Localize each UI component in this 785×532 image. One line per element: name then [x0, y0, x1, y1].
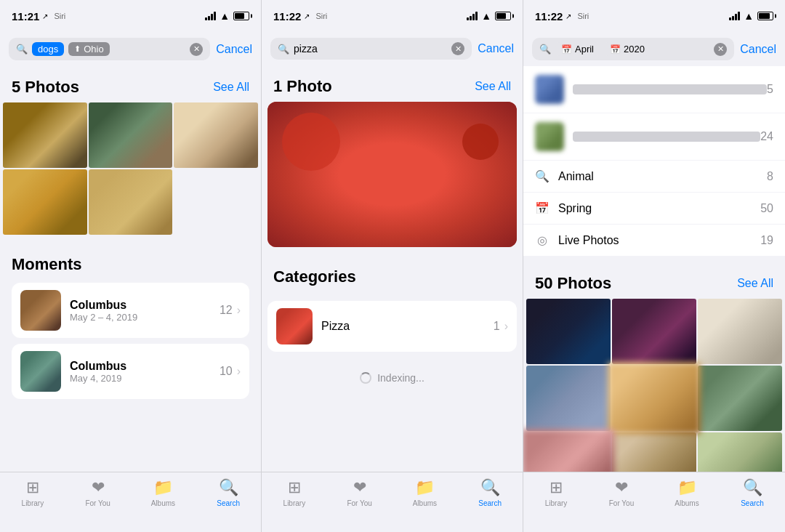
photo3-4[interactable]	[526, 366, 611, 431]
search-bar-2[interactable]: 🔍 pizza ✕	[270, 38, 472, 60]
cancel-btn-1[interactable]: Cancel	[216, 43, 252, 56]
moment-info-2: Columbus May 4, 2019	[70, 360, 220, 384]
result-row-animal[interactable]: 🔍 Animal 8	[523, 161, 785, 193]
tab-library-1[interactable]: ⊞ Library	[0, 478, 65, 507]
library-icon-3: ⊞	[550, 478, 563, 497]
photos-header-3: 50 Photos See All	[523, 262, 785, 299]
search-clear-1[interactable]: ✕	[190, 43, 203, 56]
photo3-7[interactable]	[523, 430, 615, 472]
signal-icon-1	[205, 12, 216, 20]
see-all-photos-2[interactable]: See All	[475, 80, 511, 93]
moment-count-1: 12	[220, 304, 233, 317]
tab-foryou-3[interactable]: ❤ For You	[589, 478, 654, 507]
result-row-1[interactable]: 5	[523, 66, 785, 113]
divider-1	[0, 238, 261, 243]
moment-name-1: Columbus	[70, 299, 220, 312]
pizza-photo-card[interactable]	[267, 102, 517, 247]
search-container-2: 🔍 pizza ✕ Cancel	[262, 32, 523, 65]
search-icon-3: 🔍	[539, 44, 551, 55]
photo-1[interactable]	[3, 102, 87, 168]
tab-albums-2[interactable]: 📁 Albums	[392, 478, 458, 507]
tag-april[interactable]: 📅 April	[555, 42, 600, 56]
result-text-1	[573, 84, 767, 94]
categories-title: Categories	[273, 267, 511, 286]
search-clear-3[interactable]: ✕	[714, 43, 727, 56]
see-all-photos-1[interactable]: See All	[213, 81, 249, 94]
foryou-label-3: For You	[609, 499, 634, 507]
status-icons-2: ▲	[467, 10, 511, 22]
photo3-8[interactable]	[612, 432, 696, 472]
moment-name-2: Columbus	[70, 360, 220, 373]
moment-chevron-2: ›	[237, 365, 241, 378]
tab-library-3[interactable]: ⊞ Library	[523, 478, 589, 507]
result-row-spring[interactable]: 📅 Spring 50	[523, 193, 785, 225]
tab-foryou-2[interactable]: ❤ For You	[327, 478, 392, 507]
photo-4[interactable]	[3, 169, 87, 235]
search-clear-2[interactable]: ✕	[451, 42, 464, 55]
photos-header-1: 5 Photos See All	[0, 66, 261, 102]
category-arrow-pizza: ›	[504, 320, 508, 333]
photo3-5[interactable]	[608, 363, 701, 435]
result-row-livephotos[interactable]: ◎ Live Photos 19	[523, 225, 785, 257]
livephotos-icon: ◎	[535, 233, 550, 247]
category-pizza[interactable]: Pizza 1 ›	[267, 301, 517, 352]
tag-dogs[interactable]: dogs	[32, 42, 64, 56]
search-tab-icon-2: 🔍	[480, 478, 500, 497]
tag-2020[interactable]: 📅 2020	[604, 42, 651, 56]
panel-3: 11:22 ↗ Siri ▲ 🔍 📅 April	[523, 0, 785, 532]
status-bar-1: 11:21 ↗ Siri ▲	[0, 0, 261, 32]
library-icon-1: ⊞	[26, 478, 39, 497]
results-list-3: 5 24 🔍 Animal 8 📅 Spring 50 ◎ L	[523, 66, 785, 257]
siri-label-3: Siri	[577, 12, 589, 20]
result-text-2	[573, 132, 760, 142]
category-count-pizza: 1	[494, 320, 500, 333]
photo3-2[interactable]	[612, 299, 696, 364]
tab-search-3[interactable]: 🔍 Search	[720, 478, 785, 507]
moment-right-1: 12 ›	[220, 304, 241, 317]
moment-chevron-1: ›	[237, 304, 241, 317]
photo3-6[interactable]	[698, 366, 782, 431]
search-bar-3[interactable]: 🔍 📅 April 📅 2020 ✕	[532, 38, 734, 60]
signal-arrow-1: ↗	[42, 12, 48, 20]
tab-search-2[interactable]: 🔍 Search	[457, 478, 523, 507]
albums-label-2: Albums	[413, 499, 437, 507]
moment-count-2: 10	[220, 365, 233, 378]
result-count-spring: 50	[760, 202, 773, 215]
search-query-2: pizza	[294, 43, 318, 55]
pizza-photo	[267, 102, 517, 247]
status-left-2: 11:22 ↗ Siri	[273, 10, 327, 23]
photo3-1[interactable]	[526, 299, 611, 364]
result-row-2[interactable]: 24	[523, 113, 785, 161]
tag-ohio[interactable]: ⬆ Ohio	[68, 42, 109, 56]
status-bar-2: 11:22 ↗ Siri ▲	[262, 0, 523, 32]
photo3-9[interactable]	[698, 432, 782, 472]
tab-foryou-1[interactable]: ❤ For You	[65, 478, 131, 507]
cancel-btn-2[interactable]: Cancel	[478, 42, 514, 55]
see-all-photos-3[interactable]: See All	[737, 277, 773, 290]
photo-5[interactable]	[89, 169, 173, 235]
tab-library-2[interactable]: ⊞ Library	[262, 478, 327, 507]
tab-albums-3[interactable]: 📁 Albums	[654, 478, 720, 507]
tab-search-1[interactable]: 🔍 Search	[196, 478, 261, 507]
search-bar-1[interactable]: 🔍 dogs ⬆ Ohio ✕	[9, 38, 210, 60]
photo3-3[interactable]	[698, 299, 782, 364]
cancel-btn-3[interactable]: Cancel	[740, 43, 776, 56]
moment-item-2[interactable]: Columbus May 4, 2019 10 ›	[12, 344, 249, 399]
albums-label-3: Albums	[675, 499, 699, 507]
upload-icon: ⬆	[74, 44, 81, 54]
moment-item-1[interactable]: Columbus May 2 – 4, 2019 12 ›	[12, 283, 249, 338]
time-3: 11:22	[535, 10, 563, 23]
tab-bar-2: ⊞ Library ❤ For You 📁 Albums 🔍 Search	[262, 472, 523, 532]
category-name-pizza: Pizza	[321, 320, 494, 333]
wifi-icon-2: ▲	[481, 10, 491, 22]
status-icons-3: ▲	[729, 10, 773, 22]
foryou-label-2: For You	[347, 499, 371, 507]
spring-calendar-icon: 📅	[535, 201, 550, 215]
search-tab-icon-3: 🔍	[743, 478, 762, 497]
photo-3[interactable]	[174, 102, 258, 168]
calendar-icon-2020: 📅	[610, 44, 621, 55]
tab-albums-1[interactable]: 📁 Albums	[131, 478, 196, 507]
foryou-icon-3: ❤	[615, 478, 628, 497]
foryou-icon-1: ❤	[92, 478, 105, 497]
photo-2[interactable]	[89, 102, 173, 168]
